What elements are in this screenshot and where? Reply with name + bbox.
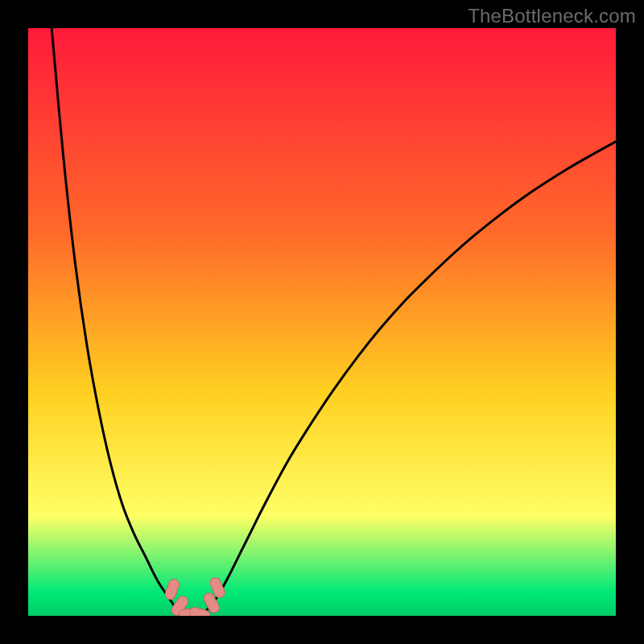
gradient-background [28, 28, 616, 616]
chart-frame [28, 28, 616, 616]
bottleneck-chart [28, 28, 616, 616]
watermark-text: TheBottleneck.com [468, 5, 636, 27]
